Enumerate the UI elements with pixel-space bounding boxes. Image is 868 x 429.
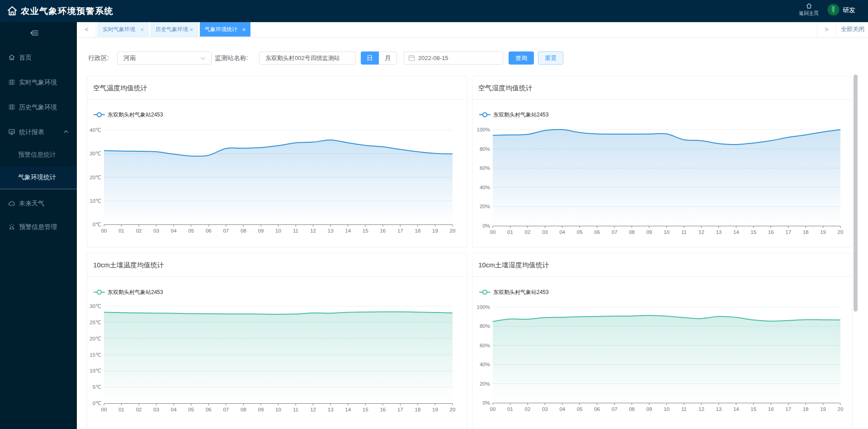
cloud-icon bbox=[8, 200, 15, 207]
legend-air-humidity[interactable]: 东双鹅头村气象站2453 bbox=[479, 112, 549, 118]
calendar-icon bbox=[408, 55, 415, 61]
legend-line-icon bbox=[479, 112, 491, 118]
legend-line-icon bbox=[94, 112, 105, 118]
date-picker-value: 2022-08-15 bbox=[418, 51, 448, 65]
sidebar-item-statistics-report[interactable]: 统计报表 bbox=[0, 123, 77, 141]
legend-soil-humidity[interactable]: 东双鹅头村气象站2453 bbox=[479, 289, 549, 295]
alarm-icon bbox=[8, 223, 15, 230]
card-air-temperature: 空气温度均值统计 bbox=[87, 76, 467, 247]
home-icon bbox=[806, 3, 812, 9]
sidebar: 首页 实时气象环境 历史气象环境 统计报表 预警信息统计 bbox=[0, 22, 77, 429]
card-title: 空气湿度均值统计 bbox=[472, 76, 852, 100]
chevron-up-icon bbox=[64, 130, 68, 133]
sidebar-item-history-weather[interactable]: 历史气象环境 bbox=[0, 98, 77, 116]
legend-line-icon bbox=[94, 289, 105, 295]
legend-soil-temperature[interactable]: 东双鹅头村气象站2453 bbox=[94, 289, 163, 295]
app-title: 农业气象环境预警系统 bbox=[21, 0, 113, 22]
day-toggle-button[interactable]: 日 bbox=[361, 51, 379, 65]
return-home-button[interactable]: 返回主页 bbox=[796, 3, 822, 17]
region-select-value: 河南 bbox=[123, 51, 136, 65]
avatar[interactable] bbox=[827, 4, 840, 16]
return-home-label: 返回主页 bbox=[796, 10, 822, 17]
sidebar-submenu-divider bbox=[0, 189, 77, 189]
chevron-down-icon bbox=[200, 57, 206, 60]
station-name-value: 东双鹅头村002号四情监测站 bbox=[265, 51, 340, 65]
card-title: 空气温度均值统计 bbox=[87, 76, 467, 100]
tab-weather-env-statistics[interactable]: 气象环境统计 × bbox=[200, 22, 250, 37]
tab-realtime-weather[interactable]: 实时气象环境 × bbox=[98, 22, 149, 37]
month-toggle-button[interactable]: 月 bbox=[379, 51, 397, 65]
reset-button[interactable]: 重置 bbox=[538, 51, 563, 65]
card-title: 10cm土壤湿度均值统计 bbox=[472, 253, 852, 277]
sidebar-item-future-weather[interactable]: 未来天气 bbox=[0, 194, 77, 212]
tabs-scroll-right-button[interactable]: > bbox=[817, 22, 836, 37]
tabbar-divider bbox=[77, 37, 868, 37]
user-name[interactable]: 研发 bbox=[843, 0, 855, 20]
sidebar-collapse-icon[interactable] bbox=[29, 29, 39, 37]
sidebar-item-home[interactable]: 首页 bbox=[0, 48, 77, 66]
report-icon bbox=[8, 128, 15, 135]
app-header: 农业气象环境预警系统 返回主页 研发 bbox=[0, 0, 868, 22]
sidebar-item-warning-info-statistics[interactable]: 预警信息统计 bbox=[0, 145, 77, 163]
realtime-weather-icon bbox=[8, 79, 15, 86]
legend-air-temperature[interactable]: 东双鹅头村气象站2453 bbox=[94, 112, 163, 118]
close-icon[interactable]: × bbox=[189, 26, 193, 33]
history-weather-icon bbox=[8, 103, 15, 111]
page: 农业气象环境预警系统 返回主页 研发 bbox=[0, 0, 868, 429]
station-name-label: 监测站名称: bbox=[215, 51, 248, 65]
card-soil-temperature: 10cm土壤温度均值统计 bbox=[87, 253, 467, 429]
tabs-scroll-left-button[interactable]: < bbox=[77, 22, 96, 37]
tab-history-weather[interactable]: 历史气象环境 × bbox=[151, 22, 198, 37]
app-logo-icon bbox=[6, 5, 19, 17]
card-title: 10cm土壤温度均值统计 bbox=[87, 253, 467, 277]
close-all-tabs-button[interactable]: 全部关闭 bbox=[841, 22, 864, 37]
home-icon bbox=[8, 54, 15, 61]
query-button[interactable]: 查询 bbox=[509, 51, 534, 65]
close-icon[interactable]: × bbox=[242, 26, 245, 33]
card-soil-humidity: 10cm土壤湿度均值统计 bbox=[472, 253, 853, 429]
sidebar-item-realtime-weather[interactable]: 实时气象环境 bbox=[0, 73, 77, 91]
sidebar-item-warning-info-management[interactable]: 预警信息管理 bbox=[0, 218, 77, 236]
card-air-humidity: 空气湿度均值统计 bbox=[472, 76, 853, 247]
close-icon[interactable]: × bbox=[140, 26, 144, 33]
scrollbar-thumb[interactable] bbox=[854, 75, 858, 312]
region-label: 行政区: bbox=[88, 51, 109, 65]
sidebar-item-weather-env-statistics[interactable]: 气象环境统计 bbox=[0, 168, 77, 186]
legend-line-icon bbox=[479, 289, 491, 295]
